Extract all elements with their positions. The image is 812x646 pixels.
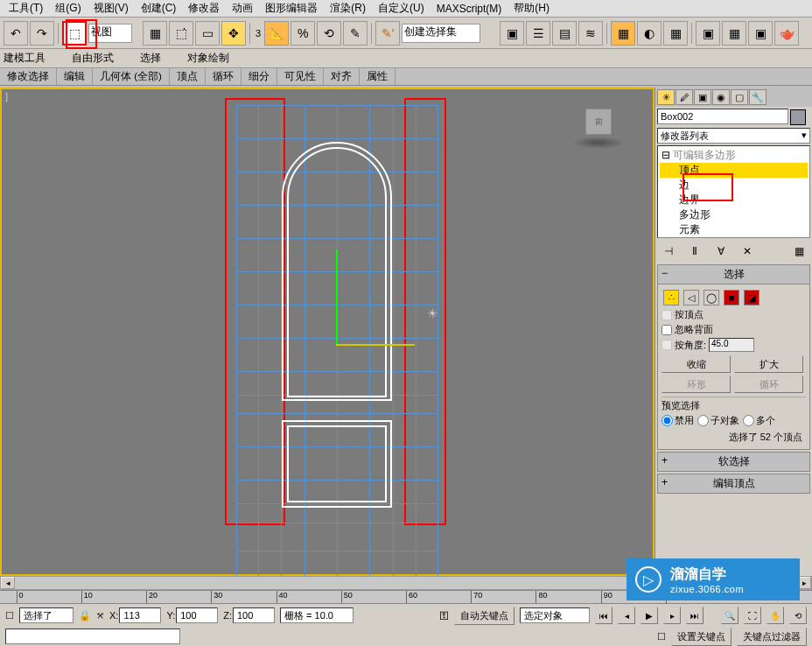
tab-properties[interactable]: 属性 xyxy=(360,68,396,85)
y-coord-field[interactable]: 100 xyxy=(176,607,218,623)
edit-named-sel-button[interactable]: ✎ xyxy=(343,21,368,46)
display-tab-icon[interactable]: ▢ xyxy=(731,89,748,105)
tab-modify-selection[interactable]: 修改选择 xyxy=(0,68,57,85)
gizmo-y-axis[interactable] xyxy=(336,249,338,346)
preview-multi-radio[interactable] xyxy=(743,415,754,426)
z-coord-field[interactable]: 100 xyxy=(233,607,275,623)
menu-view[interactable]: 视图(V) xyxy=(88,0,134,17)
remove-mod-icon[interactable]: ✕ xyxy=(739,243,755,259)
redo-button[interactable]: ↷ xyxy=(30,21,54,46)
angle-snap-button[interactable]: 📐 xyxy=(264,21,289,46)
modifier-stack[interactable]: ⊟ 可编辑多边形 顶点 边 边界 多边形 元素 xyxy=(657,145,810,238)
menu-animation[interactable]: 动画 xyxy=(227,0,258,17)
render-frame-button[interactable]: ▣ xyxy=(696,21,720,46)
spinner-snap-button[interactable]: ⟲ xyxy=(317,21,341,46)
align-button[interactable]: ▣ xyxy=(500,21,524,46)
object-name-field[interactable] xyxy=(657,109,788,124)
modify-tab-icon[interactable]: 🖉 xyxy=(676,89,693,105)
named-sel-dropdown[interactable]: 创建选择集 xyxy=(402,24,480,43)
material-editor-button[interactable]: ◐ xyxy=(637,21,662,46)
ribbon-freeform[interactable]: 自由形式 xyxy=(72,51,114,66)
keymode-dropdown[interactable]: 选定对象 xyxy=(520,607,590,623)
pan-icon[interactable]: ✋ xyxy=(766,607,784,624)
rollout-soft-selection[interactable]: 软选择 xyxy=(657,452,810,472)
curve-editor-button[interactable]: ≋ xyxy=(578,21,603,46)
menu-graph-editors[interactable]: 图形编辑器 xyxy=(260,0,323,17)
quick-render-button[interactable]: ▦ xyxy=(722,21,746,46)
rollout-selection-header[interactable]: 选择 xyxy=(658,265,809,284)
orbit-icon[interactable]: ⟲ xyxy=(789,607,807,624)
window-crossing-button[interactable]: ▭ xyxy=(195,21,220,46)
tab-vertices[interactable]: 顶点 xyxy=(170,68,206,85)
menu-rendering[interactable]: 渲染(R) xyxy=(325,0,371,17)
menu-tools[interactable]: 工具(T) xyxy=(4,0,48,17)
pin-stack-icon[interactable]: ⊣ xyxy=(661,243,676,259)
tab-align[interactable]: 对齐 xyxy=(324,68,360,85)
schematic-view-button[interactable]: ▦ xyxy=(611,21,635,46)
viewcube-front-face[interactable]: 前 xyxy=(585,109,612,135)
shrink-button[interactable]: 收缩 xyxy=(662,355,731,373)
render-setup-button[interactable]: ▦ xyxy=(663,21,688,46)
goto-end-icon[interactable]: ⏭ xyxy=(686,607,704,624)
layer-manager-button[interactable]: ▤ xyxy=(552,21,577,46)
preview-subobj-radio[interactable] xyxy=(697,415,709,426)
viewport-front[interactable]: ] xyxy=(0,88,654,576)
zoom-all-icon[interactable]: ⛶ xyxy=(744,607,761,624)
scroll-left-icon[interactable]: ◂ xyxy=(1,577,15,589)
hierarchy-tab-icon[interactable]: ▣ xyxy=(694,89,711,105)
menu-customize[interactable]: 自定义(U) xyxy=(373,0,430,17)
tab-subdivision[interactable]: 细分 xyxy=(242,68,277,85)
preview-disable-radio[interactable] xyxy=(662,415,673,426)
border-icon[interactable]: ◯ xyxy=(704,290,719,305)
rollout-edit-vertices[interactable]: 编辑顶点 xyxy=(657,474,810,494)
play-icon[interactable]: ▶ xyxy=(640,607,658,624)
ribbon-modeling[interactable]: 建模工具 xyxy=(4,51,46,66)
configure-mod-icon[interactable]: ▦ xyxy=(791,243,807,259)
select-name-button[interactable]: ▦ xyxy=(143,21,167,46)
menu-group[interactable]: 组(G) xyxy=(50,0,86,17)
lock-icon[interactable]: 🔒 xyxy=(79,610,91,621)
subobj-polygon[interactable]: 多边形 xyxy=(660,207,808,222)
gizmo-x-axis[interactable] xyxy=(336,344,415,346)
set-key-button[interactable]: 设置关键点 xyxy=(671,628,732,646)
prev-frame-icon[interactable]: ◂ xyxy=(618,607,635,624)
percent-snap-button[interactable]: % xyxy=(290,21,315,46)
goto-start-icon[interactable]: ⏮ xyxy=(595,607,612,624)
angle-spinner[interactable]: 45.0 xyxy=(709,338,754,352)
menu-maxscript[interactable]: MAXScript(M) xyxy=(431,2,508,16)
tab-loops[interactable]: 循环 xyxy=(206,68,242,85)
select-region-button[interactable]: ⬚̇ xyxy=(169,21,193,46)
mirror-button[interactable]: ✎′ xyxy=(375,21,400,46)
auto-key-button[interactable]: 自动关键点 xyxy=(454,607,514,625)
mod-editable-poly[interactable]: ⊟ 可编辑多边形 xyxy=(660,148,808,163)
modifier-list-dropdown[interactable]: 修改器列表▾ xyxy=(657,128,810,144)
motion-tab-icon[interactable]: ◉ xyxy=(712,89,730,105)
ignore-backfacing-checkbox[interactable] xyxy=(662,325,672,335)
grow-button[interactable]: 扩大 xyxy=(734,355,803,373)
create-tab-icon[interactable]: ✳ xyxy=(657,89,675,105)
key-icon[interactable]: ⚿ xyxy=(439,610,449,621)
utilities-tab-icon[interactable]: 🔧 xyxy=(749,89,766,105)
zoom-icon[interactable]: 🔍 xyxy=(721,607,738,624)
edge-icon[interactable]: ◁ xyxy=(683,290,699,305)
tab-edit[interactable]: 编辑 xyxy=(57,68,93,85)
ribbon-object-paint[interactable]: 对象绘制 xyxy=(187,51,229,66)
menu-help[interactable]: 帮助(H) xyxy=(508,0,555,17)
vertex-icon[interactable]: ∴ xyxy=(663,290,679,305)
polygon-icon[interactable]: ■ xyxy=(724,290,739,305)
x-coord-field[interactable]: 113 xyxy=(119,607,161,623)
viewcube[interactable]: 前 xyxy=(579,105,618,144)
xform-icon[interactable]: ⤧ xyxy=(96,610,104,621)
make-unique-icon[interactable]: ∀ xyxy=(713,243,729,259)
next-frame-icon[interactable]: ▸ xyxy=(663,607,681,624)
ribbon-selection[interactable]: 选择 xyxy=(140,51,161,66)
key-filters-button[interactable]: 关键点过滤器 xyxy=(737,628,807,646)
object-color-swatch[interactable] xyxy=(790,109,806,125)
tab-geometry-all[interactable]: 几何体 (全部) xyxy=(93,68,170,85)
render-preset-button[interactable]: ▣ xyxy=(748,21,773,46)
show-end-result-icon[interactable]: Ⅱ xyxy=(687,243,703,259)
tab-visibility[interactable]: 可见性 xyxy=(277,68,324,85)
menu-create[interactable]: 创建(C) xyxy=(136,0,182,17)
undo-button[interactable]: ↶ xyxy=(4,21,28,46)
element-icon[interactable]: ◪ xyxy=(744,290,760,305)
